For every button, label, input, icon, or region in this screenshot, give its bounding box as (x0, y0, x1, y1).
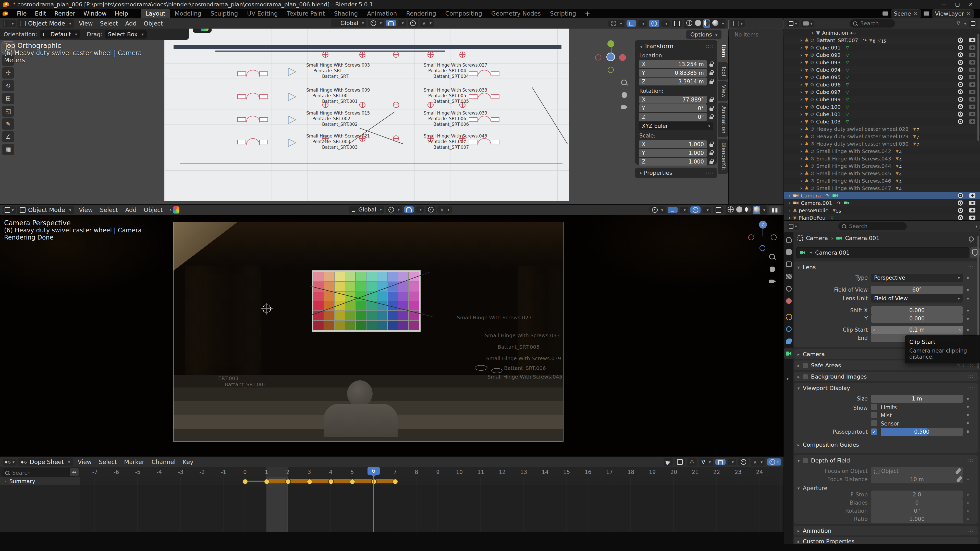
expand-icon[interactable]: › (800, 133, 802, 140)
shading-material-icon[interactable] (703, 20, 710, 26)
gizmos-dropdown[interactable]: ▾ (638, 21, 647, 27)
dof-checkbox[interactable] (803, 458, 808, 463)
lock-icon[interactable] (710, 117, 713, 119)
measure-tool[interactable]: ∠ (2, 131, 14, 142)
gizmo-x-axis[interactable] (619, 54, 626, 61)
rotation-mode-dropdown[interactable]: XYZ Euler▾ (639, 122, 713, 130)
rotate-tool[interactable]: ↻ (2, 80, 14, 91)
keyframe-dot[interactable] (328, 479, 334, 484)
proportional-falloff-dropdown[interactable]: ∧▾ (420, 19, 434, 27)
scale-tool[interactable]: ⊞ (2, 93, 14, 104)
minimize-button[interactable]: — (941, 1, 946, 7)
workspace-tab[interactable]: Shading (329, 9, 363, 18)
object-name[interactable]: Cube.093 (816, 59, 841, 65)
outliner-row[interactable]: › ▼ ∅ Animation ◆◇ ↷ ▼ ▽ ▽ (784, 29, 980, 37)
render-visibility-toggle[interactable] (969, 90, 975, 94)
object-name[interactable]: Heavy duty swivel caster wheel.029 (816, 133, 908, 140)
viewport-top-ortho[interactable]: ▾ Object Mode▾ ViewSelectAddObject Globa… (0, 18, 728, 204)
shading-dropdown-icon[interactable]: ▾ (722, 21, 724, 26)
object-name[interactable]: Heavy duty swivel caster wheel.030 (816, 141, 908, 147)
snap-settings-dropdown[interactable]: ▾ (728, 459, 736, 465)
outliner-row[interactable]: › ▼ ∅ Cube.099 ↷ ▼ ▽ ▽ (784, 96, 980, 103)
expand-icon[interactable]: › (800, 52, 802, 58)
mode-dropdown[interactable]: Object Mode▾ (17, 19, 74, 28)
expand-icon[interactable]: › (800, 103, 802, 110)
outliner-display-mode[interactable]: ▾ (787, 20, 799, 27)
annotate-tool[interactable]: ✎ (2, 118, 14, 130)
menu-item[interactable]: Window (80, 9, 111, 18)
tab-output[interactable] (785, 260, 793, 268)
hide-eye-toggle[interactable] (958, 82, 963, 87)
rotation-field[interactable]: Y0° (639, 104, 707, 112)
dope-menu[interactable]: Key (179, 458, 197, 466)
render-visibility-toggle[interactable] (969, 45, 975, 50)
camera-view-icon[interactable] (620, 103, 628, 111)
gizmo-x-axis[interactable] (748, 234, 754, 240)
object-name[interactable]: Battant_SRT.007 (816, 37, 858, 43)
transform-orientation-dropdown[interactable]: Global▾ (331, 19, 366, 27)
outliner-row[interactable]: › ▼ ∅ Cube.103 ↷ ▼ ▽ ▽ (784, 118, 980, 125)
new-collection-button[interactable] (969, 20, 977, 27)
object-name[interactable]: Camera (801, 192, 821, 199)
outliner-row[interactable]: › ▼ ∅ Cube.097 ↷ ▼ ▽ ▽ (784, 88, 980, 96)
lens-unit-dropdown[interactable]: Field of View▾ (871, 294, 963, 303)
scene-unlink-icon[interactable]: ✕ (914, 11, 918, 16)
outliner-scrollbar[interactable] (977, 34, 979, 141)
dope-menu[interactable]: Channel (148, 458, 179, 466)
pivot-point-dropdown[interactable]: ▾ (368, 20, 384, 27)
overlays-dropdown[interactable]: ▾ (703, 207, 711, 213)
expand-icon[interactable]: › (800, 96, 802, 103)
object-name[interactable]: persoPublic (799, 207, 828, 213)
gizmo-x-neg[interactable] (595, 54, 601, 60)
viewport-display-header[interactable]: ▾Viewport Display (797, 385, 850, 391)
snap-settings-dropdown[interactable]: ▾ (398, 20, 406, 26)
safe-areas-checkbox[interactable] (803, 363, 808, 368)
tab-object-data[interactable] (785, 350, 793, 357)
only-errors-icon[interactable]: ⚠ (687, 458, 697, 466)
keyframe-dot[interactable] (393, 479, 398, 484)
rotation-field[interactable]: X77.889° (639, 96, 707, 103)
viewlayer-remove-icon[interactable]: ✕ (966, 11, 970, 16)
outliner-row[interactable]: › ▼ ∅ Small Hinge With Screws.043 ↷ ▼4 ▽… (784, 155, 980, 162)
editor-type-button[interactable]: ▾ (3, 206, 16, 214)
add-workspace-button[interactable]: + (582, 9, 593, 18)
breadcrumb-data[interactable]: Camera.001 (845, 235, 880, 241)
datablock-name-field[interactable]: ▾ Camera.001 (797, 247, 969, 258)
object-name[interactable]: Cube.092 (816, 52, 841, 58)
workspace-tab[interactable]: Scripting (546, 9, 581, 18)
properties-options-icon[interactable]: ▾ (975, 224, 977, 229)
object-name[interactable]: Cube.096 (816, 82, 841, 88)
editor-type-button[interactable]: ▾ (732, 20, 745, 27)
expand-icon[interactable]: › (800, 126, 802, 132)
object-name[interactable]: Camera.001 (801, 200, 832, 206)
outliner-row[interactable]: › ▼ ∅ Cube.091 ↷ ▼ ▽ ▽ (784, 44, 980, 51)
clip-start-field[interactable]: ‹0.1 m› (871, 326, 963, 334)
scene-selector[interactable]: Scene✕ (891, 10, 921, 18)
expand-icon[interactable]: › (800, 59, 802, 65)
render-visibility-toggle[interactable] (969, 53, 975, 57)
expand-icon[interactable]: › (800, 89, 802, 95)
ortho-grid-icon[interactable] (620, 116, 628, 124)
snap-toggle[interactable] (386, 20, 396, 26)
eyedropper-icon[interactable] (955, 468, 962, 475)
shading-rendered-icon[interactable] (712, 20, 718, 26)
overlays-toggle[interactable] (690, 206, 700, 213)
viewport-menu[interactable]: Add (122, 20, 140, 27)
expand-icon[interactable]: › (800, 185, 802, 191)
dope-menu[interactable]: Select (95, 458, 121, 466)
proportional-falloff-dropdown[interactable]: ∧▾ (438, 206, 452, 213)
scale-field[interactable]: Z1.000 (639, 158, 707, 165)
select-cursor-icon[interactable]: ▶ (663, 458, 673, 466)
object-visibility-dropdown[interactable]: ▾ (649, 206, 666, 213)
location-field[interactable]: Z3.3914 m (639, 78, 707, 86)
dope-menu[interactable]: Marker (121, 458, 148, 466)
gizmos-toggle[interactable] (627, 20, 636, 27)
hide-eye-toggle[interactable] (958, 200, 963, 206)
expand-icon[interactable]: › (800, 178, 802, 184)
add-primitive-tool[interactable]: ▦ (2, 144, 14, 155)
expand-icon[interactable]: › (800, 111, 802, 118)
shading-solid-icon[interactable] (695, 20, 701, 26)
expand-icon[interactable]: › (800, 163, 802, 169)
render-visibility-toggle[interactable] (969, 60, 975, 65)
viewport-menu[interactable]: Object (140, 206, 166, 214)
